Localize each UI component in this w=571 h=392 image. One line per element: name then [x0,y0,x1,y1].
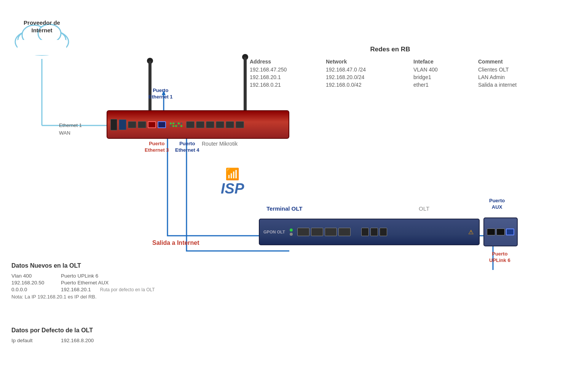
datos-val-2: Puerto Ethernet AUX [61,280,108,286]
led8 [175,125,177,127]
nt-header-network: Network [324,58,411,65]
nt-iface-2: bridge1 [411,74,476,81]
router-port-eth1 [128,121,136,128]
datos-val-1: Puerto UPLink 6 [61,273,98,279]
datos-key-3: 0.0.0.0 [11,287,53,292]
network-table-title: Redes en RB [247,46,533,53]
cloud-line1: Proveedor de [24,19,60,26]
olt-terminal-label: Terminal OLT [266,205,302,212]
aux-port-2 [496,229,505,235]
port-eth4-label: Puerto Ethernet 4 [175,141,199,154]
datos-row-1: Vlan 400 Puerto UPLink 6 [11,273,225,279]
router-port-eth5 [186,121,195,128]
olt-ports [290,228,467,236]
isp-area: 📶 ISP [221,167,244,197]
olt-port-sfp2 [311,228,323,236]
led4 [178,122,180,124]
datos-defecto-row-1: Ip default 192.168.8.200 [11,338,164,343]
router-port-usb [110,119,117,130]
eth1-wan-label: Ethernet 1 WAN [59,122,82,136]
olt-port-rj1 [361,228,369,236]
olt-port-sfp3 [325,228,337,236]
nt-header-comment: Comment [476,58,560,65]
antenna-left [148,61,152,110]
olt-device: GPON OLT ⚠ [259,219,480,245]
port-eth1-label: Puerto Ethernet 1 [148,87,173,100]
router-port-eth8 [216,121,224,128]
port-eth3-label: Puerto Ethernet 3 [145,141,169,154]
wan-text: WAN [59,129,82,137]
led7 [172,125,174,127]
datos-nuevos-section: Datos Nuevos en la OLT Vlan 400 Puerto U… [11,262,225,300]
nt-net-2: 192.168.20.0/24 [324,74,411,81]
datos-row-2: 192.168.20.50 Puerto Ethernet AUX [11,280,225,286]
network-table-grid: Address Network Inteface Comment 192.168… [247,58,533,88]
datos-key-2: 192.168.20.50 [11,280,53,286]
datos-defecto-title: Datos por Defecto de la OLT [11,327,164,334]
aux-ports [487,229,514,235]
led1 [170,122,172,124]
olt-olt-label: OLT [419,205,429,212]
cloud-label: Proveedor de Internet [13,19,70,34]
datos-nuevos-title: Datos Nuevos en la OLT [11,262,225,269]
nt-iface-1: VLAN 400 [411,66,476,73]
svg-rect-10 [18,40,66,55]
led9 [178,125,180,127]
aux-port-1 [487,229,495,235]
nt-addr-1: 192.168.47.250 [247,66,324,73]
router-port-eth3 [148,121,156,128]
wifi-icon: 📶 [221,167,244,181]
olt-port-sfp1 [297,228,309,236]
router-label: Router Mikrotik [202,141,238,147]
datos-defecto-val-1: 192.168.8.200 [61,338,94,343]
datos-nota: Nota: La IP 192.168.20.1 es IP del RB. [11,294,225,300]
nt-net-3: 192.168.0.0/42 [324,81,411,88]
nt-comment-1: Clientes OLT [476,66,560,73]
olt-aux-port-label: Puerto AUX [489,198,505,211]
nt-iface-3: ether1 [411,81,476,88]
led5 [180,122,182,124]
olt-port-sfp4 [338,228,351,236]
router-leds [170,122,182,127]
led3 [175,122,177,124]
router-port-eth7 [206,121,214,128]
datos-defecto-section: Datos por Defecto de la OLT Ip default 1… [11,327,164,344]
olt-uplink-label: Puerto UPLink 6 [489,251,510,264]
olt-led-2 [290,233,293,236]
olt-port-rj3 [380,228,387,236]
isp-text: ISP [221,181,244,197]
olt-aux-box [483,217,518,246]
router-port-eth4 [158,121,166,128]
datos-row-3: 0.0.0.0 192.168.20.1 Ruta por defecto en… [11,287,225,292]
datos-extra-3: Ruta por defecto en la OLT [100,287,155,292]
datos-key-1: Vlan 400 [11,273,53,279]
router-port-eth2 [138,121,146,128]
led10 [180,125,182,127]
salida-internet-label: Salida a Internet [152,240,199,246]
diagram-container: Proveedor de Internet Ethernet 1 WAN Pue… [0,0,571,392]
datos-defecto-key-1: Ip default [11,338,53,343]
nt-comment-2: LAN Admin [476,74,560,81]
nt-addr-3: 192.168.0.21 [247,81,324,88]
router-port-eth6 [196,121,204,128]
aux-port-3 [506,229,514,235]
led2 [172,122,174,124]
nt-header-address: Address [247,58,324,65]
olt-device-label: GPON OLT [263,230,285,234]
nt-addr-2: 192.168.20.1 [247,74,324,81]
router-ports [110,119,286,130]
datos-val-3: 192.168.20.1 [61,287,91,292]
router-port-sfp [119,119,126,130]
olt-warning-icon: ⚠ [468,229,474,236]
nt-net-1: 192.168.47.0 /24 [324,66,411,73]
olt-led-1 [290,229,293,232]
router-mikrotik [107,110,289,139]
led6 [170,125,172,127]
nt-header-interface: Inteface [411,58,476,65]
network-table: Redes en RB Address Network Inteface Com… [247,46,533,88]
router-port-eth10 [236,121,244,128]
antenna-right [244,57,247,110]
ethernet1-text: Ethernet 1 [59,122,82,129]
cloud-line2: Internet [31,27,52,33]
router-port-eth9 [226,121,234,128]
